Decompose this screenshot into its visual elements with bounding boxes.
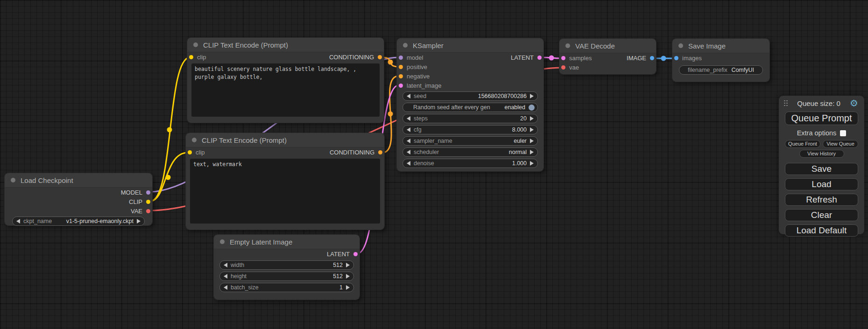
- output-slot-conditioning[interactable]: [378, 55, 382, 59]
- collapse-dot-icon[interactable]: [11, 178, 15, 182]
- queue-front-button[interactable]: Queue Front: [785, 140, 820, 148]
- load-default-button[interactable]: Load Default: [785, 224, 858, 237]
- increment-arrow-icon[interactable]: [530, 127, 534, 132]
- input-slot-samples[interactable]: [561, 56, 565, 60]
- settings-gear-icon[interactable]: ⚙: [850, 98, 858, 108]
- node-title-bar[interactable]: CLIP Text Encode (Prompt): [186, 133, 384, 147]
- widget-sampler-name[interactable]: sampler_name euler: [402, 136, 538, 146]
- input-slot-images[interactable]: [674, 56, 678, 60]
- collapse-dot-icon[interactable]: [565, 43, 570, 48]
- widget-height[interactable]: height 512: [219, 272, 354, 281]
- output-slot-vae[interactable]: [146, 209, 150, 213]
- decrement-arrow-icon[interactable]: [407, 94, 410, 98]
- input-slot-positive[interactable]: [399, 65, 403, 69]
- collapse-dot-icon[interactable]: [220, 239, 225, 244]
- queue-prompt-button[interactable]: Queue Prompt: [785, 112, 858, 125]
- input-slot-vae[interactable]: [561, 65, 565, 70]
- node-title-bar[interactable]: Load Checkpoint: [5, 173, 152, 188]
- queue-menu-panel[interactable]: Queue size: 0 ⚙ Queue Prompt Extra optio…: [779, 96, 864, 234]
- input-slot-negative[interactable]: [399, 74, 403, 78]
- widget-label: sampler_name: [414, 138, 452, 144]
- extra-options-checkbox[interactable]: [840, 130, 846, 136]
- node-empty-latent-image[interactable]: Empty Latent Image LATENT width 512 heig…: [214, 235, 360, 300]
- widget-batch-size[interactable]: batch_size 1: [219, 283, 354, 292]
- output-slot-conditioning[interactable]: [378, 150, 382, 154]
- widget-value: 20: [520, 115, 527, 122]
- node-clip-text-encode-positive[interactable]: CLIP Text Encode (Prompt) clip CONDITION…: [187, 38, 384, 123]
- prev-arrow-icon[interactable]: [16, 219, 20, 224]
- decrement-arrow-icon[interactable]: [224, 274, 227, 279]
- prompt-textarea[interactable]: text, watermark: [190, 159, 380, 224]
- node-graph-canvas[interactable]: Load Checkpoint MODEL CLIP VAE ckpt_name…: [0, 0, 868, 329]
- output-slot-image[interactable]: [650, 56, 654, 60]
- clear-button[interactable]: Clear: [785, 209, 858, 221]
- decrement-arrow-icon[interactable]: [407, 161, 410, 166]
- save-button[interactable]: Save: [785, 163, 858, 175]
- node-clip-text-encode-negative[interactable]: CLIP Text Encode (Prompt) clip CONDITION…: [186, 133, 384, 230]
- link-midpoint-dot: [388, 60, 393, 65]
- node-vae-decode[interactable]: VAE Decode samples IMAGE vae: [559, 39, 656, 74]
- input-slot-clip[interactable]: [189, 55, 193, 59]
- output-slot-model[interactable]: [146, 190, 150, 195]
- node-title-bar[interactable]: KSampler: [397, 38, 543, 53]
- next-arrow-icon[interactable]: [530, 150, 534, 154]
- decrement-arrow-icon[interactable]: [407, 127, 410, 132]
- node-title: CLIP Text Encode (Prompt): [203, 41, 288, 49]
- collapse-dot-icon[interactable]: [403, 43, 408, 48]
- node-title-bar[interactable]: CLIP Text Encode (Prompt): [187, 38, 384, 52]
- collapse-dot-icon[interactable]: [678, 43, 683, 48]
- view-history-button[interactable]: View History: [799, 150, 844, 158]
- decrement-arrow-icon[interactable]: [224, 285, 227, 290]
- next-arrow-icon[interactable]: [137, 219, 141, 224]
- prev-arrow-icon[interactable]: [407, 139, 410, 143]
- widget-value: 156680208700286: [478, 93, 527, 99]
- widget-filename-prefix[interactable]: filename_prefix ComfyUI: [679, 65, 763, 75]
- collapse-dot-icon[interactable]: [193, 42, 198, 47]
- drag-handle[interactable]: [784, 100, 788, 106]
- increment-arrow-icon[interactable]: [346, 285, 350, 290]
- widget-denoise[interactable]: denoise 1.000: [402, 159, 538, 168]
- widget-ckpt-name[interactable]: ckpt_name v1-5-pruned-emaonly.ckpt: [12, 217, 145, 226]
- increment-arrow-icon[interactable]: [530, 94, 534, 98]
- node-title: Load Checkpoint: [21, 176, 73, 184]
- load-button[interactable]: Load: [785, 178, 858, 190]
- increment-arrow-icon[interactable]: [530, 116, 534, 121]
- widget-label: batch_size: [231, 284, 259, 291]
- input-slot-clip[interactable]: [188, 150, 192, 154]
- node-title-bar[interactable]: VAE Decode: [559, 39, 656, 53]
- widget-random-seed-toggle[interactable]: Random seed after every gen enabled: [402, 103, 538, 112]
- next-arrow-icon[interactable]: [530, 161, 534, 166]
- decrement-arrow-icon[interactable]: [224, 263, 227, 267]
- collapse-dot-icon[interactable]: [192, 138, 197, 142]
- input-slot-model[interactable]: [399, 56, 403, 60]
- input-label-latent-image: latent_image: [407, 82, 441, 89]
- input-slot-latent-image[interactable]: [399, 84, 403, 88]
- increment-arrow-icon[interactable]: [346, 263, 350, 267]
- node-ksampler[interactable]: KSampler model LATENT positive negative …: [397, 38, 543, 171]
- decrement-arrow-icon[interactable]: [407, 116, 410, 121]
- prev-arrow-icon[interactable]: [407, 150, 410, 154]
- widget-cfg[interactable]: cfg 8.000: [402, 125, 538, 134]
- node-title-bar[interactable]: Empty Latent Image: [214, 235, 360, 249]
- output-slot-latent[interactable]: [353, 252, 358, 256]
- output-slot-clip[interactable]: [146, 200, 150, 204]
- widget-value: enabled: [505, 104, 526, 111]
- toggle-knob[interactable]: [529, 105, 535, 111]
- widget-width[interactable]: width 512: [219, 260, 354, 270]
- node-load-checkpoint[interactable]: Load Checkpoint MODEL CLIP VAE ckpt_name…: [5, 173, 152, 225]
- next-arrow-icon[interactable]: [530, 139, 534, 143]
- widget-scheduler[interactable]: scheduler normal: [402, 147, 538, 157]
- refresh-button[interactable]: Refresh: [785, 194, 858, 206]
- widget-seed[interactable]: seed 156680208700286: [402, 91, 538, 101]
- widget-steps[interactable]: steps 20: [402, 114, 538, 123]
- widget-value: 8.000: [512, 126, 527, 133]
- node-title-bar[interactable]: Save Image: [672, 39, 769, 53]
- input-label-clip: clip: [197, 54, 206, 61]
- link-midpoint-dot: [549, 56, 554, 61]
- output-slot-latent[interactable]: [537, 56, 542, 60]
- increment-arrow-icon[interactable]: [346, 274, 350, 279]
- prompt-textarea[interactable]: beautiful scenery nature glass bottle la…: [191, 63, 380, 117]
- link-midpoint-dot: [388, 112, 393, 117]
- view-queue-button[interactable]: View Queue: [823, 140, 858, 148]
- node-save-image[interactable]: Save Image images filename_prefix ComfyU…: [672, 39, 769, 82]
